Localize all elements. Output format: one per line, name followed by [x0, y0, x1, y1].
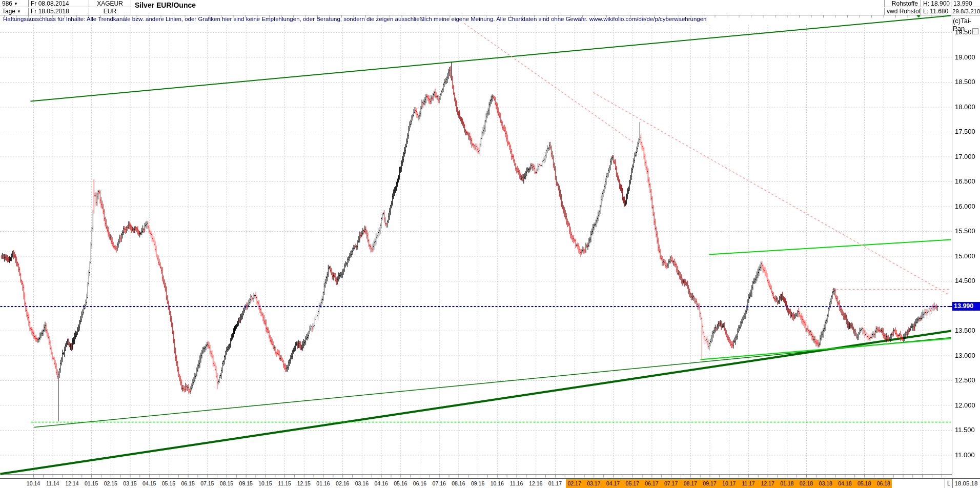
date-axis-label: 04.15 [140, 480, 158, 486]
date-axis-label: 04.17 [604, 480, 622, 486]
date-axis-label: 05.16 [392, 480, 409, 486]
price-axis-label: 17.500 [955, 128, 975, 135]
date-axis-label: 03.17 [585, 480, 602, 486]
date-axis-label: 07.17 [662, 480, 680, 486]
tai-pan-chart-window: 986▼ Tage▼ Fr 08.08.2014 Fr 18.05.2018 X… [0, 0, 980, 488]
date-axis-label: 04.18 [836, 480, 853, 486]
date-axis-label: 10.17 [720, 480, 738, 486]
date-axis-label: 12.14 [63, 480, 80, 486]
date-axis-label: 02.16 [334, 480, 351, 486]
date-axis-label: 12.17 [759, 480, 777, 486]
date-axis-label: 07.15 [198, 480, 216, 486]
date-axis-label: 01.16 [315, 480, 332, 486]
date-axis-label: 02.17 [566, 480, 583, 486]
price-axis-label: 12.000 [955, 401, 975, 409]
price-axis-label: 17.000 [955, 153, 975, 160]
price-axis-label: 14.500 [955, 277, 975, 284]
date-axis-label: 11.17 [740, 480, 757, 486]
date-axis-label: 03.16 [353, 480, 371, 486]
date-axis-label: 04.16 [373, 480, 390, 486]
date-axis-label: 06.15 [179, 480, 197, 486]
price-axis-label: 13.000 [955, 352, 975, 359]
date-axis-label: 10.15 [256, 480, 274, 486]
date-axis-label: 05.18 [855, 480, 873, 486]
date-axis-label: 09.15 [237, 480, 255, 486]
source-label: vwd Rohstoffe [884, 8, 920, 15]
date-axis-label: 06.16 [411, 480, 428, 486]
price-axis-label: 16.000 [955, 202, 975, 210]
date-axis-label: 11.14 [44, 480, 62, 486]
disclaimer-text: Haftungsausschluss für Inhalte: Alle Tre… [3, 16, 707, 22]
current-price-badge: 13.990 [952, 302, 980, 311]
date-axis-label: 05.15 [160, 480, 177, 486]
date-axis-label: 08.17 [682, 480, 699, 486]
date-axis-label: 09.16 [469, 480, 486, 486]
price-axis-label: 16.500 [955, 177, 975, 185]
currency-label: EUR [89, 8, 131, 15]
date-axis-label: 05.17 [624, 480, 641, 486]
end-date-cell: 18.05.18 [952, 479, 980, 488]
period-value: Tage [2, 8, 15, 15]
price-axis-label: 12.500 [955, 376, 975, 384]
price-axis-label: 18.500 [955, 78, 975, 86]
price-axis-label: 18.000 [955, 103, 975, 111]
price-axis-label: 15.000 [955, 252, 975, 260]
price-chart-canvas[interactable] [0, 0, 980, 488]
date-axis-label: 03.15 [121, 480, 139, 486]
date-axis-label: 07.16 [431, 480, 448, 486]
price-axis-label: 11.000 [955, 451, 975, 459]
date-axis-label: 10.16 [488, 480, 506, 486]
date-axis-label: 01.18 [778, 480, 795, 486]
chevron-down-icon: ▼ [17, 9, 21, 14]
period-dropdown[interactable]: Tage▼ [0, 8, 29, 15]
bars-count-dropdown[interactable]: 986▼ [0, 0, 29, 7]
date-axis-label: 10.14 [25, 480, 42, 486]
price-axis-label: 11.500 [955, 426, 975, 434]
price-axis-label: 15.500 [955, 227, 975, 235]
category-label: Rohstoffe [884, 0, 920, 7]
date-axis-label: 01.15 [83, 480, 100, 486]
high-value-label: H: 18.900 [921, 0, 950, 7]
date-axis-label: 02.18 [798, 480, 815, 486]
date-axis-label: 01.17 [546, 480, 564, 486]
date-axis-label: 06.18 [875, 480, 892, 486]
date-axis-label: 09.17 [701, 480, 719, 486]
price-axis-label: 13.500 [955, 327, 975, 334]
date-axis: 10.1411.1412.1401.1502.1503.1504.1505.15… [0, 478, 980, 488]
low-value-label: L: 11.680 [921, 8, 950, 15]
date-axis-label: 11.16 [508, 480, 525, 486]
price-axis-label: 19.000 [955, 53, 975, 61]
date-axis-label: 08.15 [218, 480, 235, 486]
date-axis-label: 11.15 [276, 480, 293, 486]
chevron-down-icon: ▼ [14, 2, 18, 6]
minus-icon [973, 31, 977, 31]
date-axis-label: 08.16 [450, 480, 467, 486]
bars-count-value: 986 [2, 0, 12, 7]
date-axis-label: 03.18 [817, 480, 834, 486]
date-axis-label: 12.15 [295, 480, 313, 486]
low-marker-cell: L [945, 479, 953, 488]
date-axis-label: 06.17 [643, 480, 660, 486]
ratio-label: 29.8/3.210 [951, 8, 980, 15]
date-from-field[interactable]: Fr 08.08.2014 [29, 0, 89, 7]
collapse-button[interactable] [972, 28, 978, 34]
page-title: Silver EUR/Ounce [135, 1, 196, 9]
date-axis-label: 12.16 [527, 480, 544, 486]
symbol-label: XAGEUR [89, 0, 131, 7]
date-axis-label: 02.15 [102, 480, 119, 486]
last-price-label: 13.990 [951, 0, 980, 7]
date-to-field[interactable]: Fr 18.05.2018 [29, 8, 89, 15]
